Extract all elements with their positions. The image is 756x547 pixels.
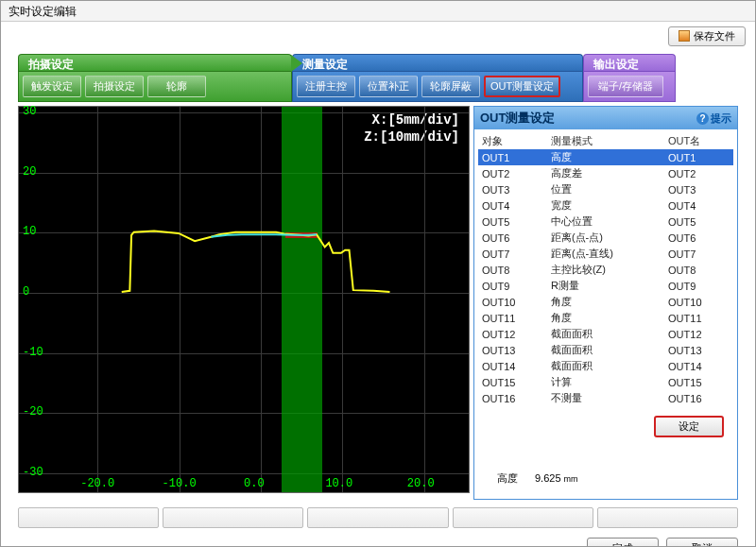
group-measure: 测量设定 注册主控 位置补正 轮廓屏蔽 OUT测量设定 [292,54,583,102]
group-measure-label: 测量设定 [292,54,583,71]
tab-position-correct[interactable]: 位置补正 [359,76,418,97]
toolbar: 保存文件 [1,22,755,50]
ok-button[interactable]: 完成 [587,538,659,547]
table-row[interactable]: OUT3位置OUT3 [478,181,733,197]
bottom-strip [1,504,755,532]
group-capture-tabs: 触发设定 拍摄设定 轮廓 [18,71,292,102]
strip-slot[interactable] [307,507,448,528]
table-row[interactable]: OUT14截面面积OUT14 [478,358,733,374]
tab-terminal-storage[interactable]: 端子/存储器 [588,76,663,97]
value-label: 高度 [497,471,518,486]
window-titlebar: 实时设定编辑 [1,1,755,22]
table-row[interactable]: OUT6距离(点-点)OUT6 [478,230,733,246]
tab-out-measure-settings[interactable]: OUT测量设定 [484,76,560,97]
strip-slot[interactable] [163,507,303,528]
table-row[interactable]: OUT16不测量OUT16 [478,390,733,406]
tab-register-master[interactable]: 注册主控 [297,76,355,97]
window-title: 实时设定编辑 [9,5,77,18]
tab-profile[interactable]: 轮廓 [147,76,206,97]
set-button[interactable]: 设定 [654,416,724,437]
table-row[interactable]: OUT10角度OUT10 [478,294,733,310]
hint-button[interactable]: ? 提示 [696,111,731,126]
table-row[interactable]: OUT5中心位置OUT5 [478,214,733,230]
table-row[interactable]: OUT13截面面积OUT13 [478,342,733,358]
value-readout: 9.625 mm [535,472,578,484]
save-file-button[interactable]: 保存文件 [668,26,746,46]
group-measure-tabs: 注册主控 位置补正 轮廓屏蔽 OUT测量设定 [292,71,583,102]
table-row[interactable]: OUT8主控比较(Z)OUT8 [478,262,733,278]
set-button-row: 设定 [474,410,737,443]
table-row[interactable]: OUT1高度OUT1 [478,149,733,165]
table-row[interactable]: OUT11角度OUT11 [478,310,733,326]
help-icon: ? [696,112,709,125]
trace-profile-cyan [211,234,317,237]
hint-label: 提示 [711,111,731,126]
main-area: X:[5mm/div] Z:[10mm/div] -20.0-10.00.010… [1,104,755,504]
out-table: 对象 测量模式 OUT名 OUT1高度OUT1OUT2高度差OUT2OUT3位置… [478,133,733,406]
table-row[interactable]: OUT9R测量OUT9 [478,278,733,294]
col-mode: 测量模式 [547,133,664,149]
out-settings-panel: OUT测量设定 ? 提示 对象 测量模式 OUT名 OUT1高度OUT1OUT2… [473,106,738,500]
save-icon [679,30,690,42]
panel-title: OUT测量设定 [480,110,555,127]
group-output-tabs: 端子/存储器 [583,71,676,102]
group-capture-label: 拍摄设定 [18,54,292,71]
table-row[interactable]: OUT7距离(点-直线)OUT7 [478,246,733,262]
strip-slot[interactable] [18,507,159,528]
table-row[interactable]: OUT4宽度OUT4 [478,197,733,214]
group-output-label: 输出设定 [583,54,676,71]
panel-titlebar: OUT测量设定 ? 提示 [474,107,737,129]
group-output: 输出设定 端子/存储器 [583,54,676,102]
cancel-button[interactable]: 取消 [666,538,738,547]
trace-profile-yellow [122,231,390,292]
strip-slot[interactable] [597,507,738,528]
group-capture: 拍摄设定 触发设定 拍摄设定 轮廓 [18,54,292,102]
footer: 完成 取消 [1,532,755,547]
measured-value-row: 高度 9.625 mm [474,443,737,499]
out-table-wrap: 对象 测量模式 OUT名 OUT1高度OUT1OUT2高度差OUT2OUT3位置… [474,129,737,410]
profile-chart: X:[5mm/div] Z:[10mm/div] -20.0-10.00.010… [18,106,470,493]
table-row[interactable]: OUT15计算OUT15 [478,374,733,390]
tab-trigger-settings[interactable]: 触发设定 [23,76,81,97]
tab-groups: 拍摄设定 触发设定 拍摄设定 轮廓 测量设定 注册主控 位置补正 轮廓屏蔽 OU… [1,50,755,104]
table-row[interactable]: OUT2高度差OUT2 [478,165,733,181]
tab-capture-settings[interactable]: 拍摄设定 [85,76,144,97]
col-outname: OUT名 [664,133,733,149]
strip-slot[interactable] [453,507,593,528]
col-object: 对象 [478,133,547,149]
table-row[interactable]: OUT12截面面积OUT12 [478,326,733,342]
save-label: 保存文件 [694,29,735,43]
tab-profile-mask[interactable]: 轮廓屏蔽 [421,76,480,97]
chart-panel: X:[5mm/div] Z:[10mm/div] -20.0-10.00.010… [18,106,470,500]
